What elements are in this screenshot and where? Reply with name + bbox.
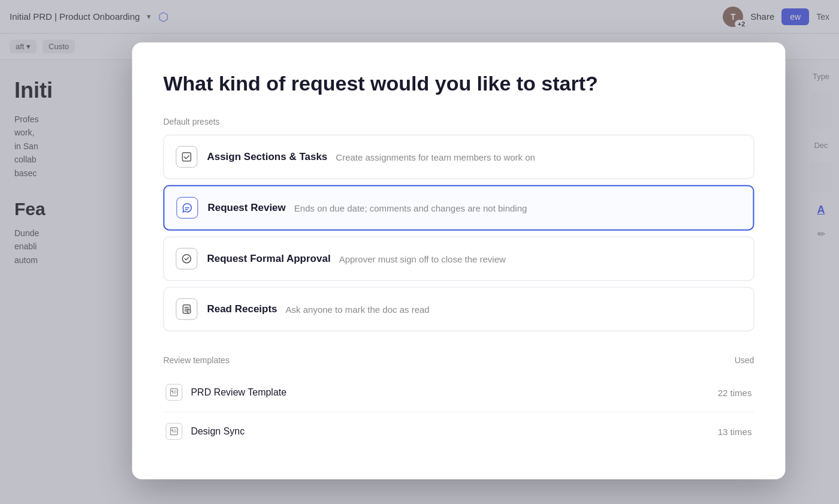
review-text: Request ReviewEnds on due date; comments… bbox=[207, 202, 527, 214]
receipts-icon bbox=[176, 298, 197, 320]
design-template-icon bbox=[165, 423, 182, 440]
templates-header: Review templates Used bbox=[163, 355, 754, 365]
prd-template-name: PRD Review Template bbox=[191, 387, 709, 398]
approval-desc: Approver must sign off to close the revi… bbox=[339, 253, 506, 264]
receipts-name: Read Receipts bbox=[207, 303, 277, 315]
template-list: PRD Review Template22 times Design Sync1… bbox=[163, 373, 754, 451]
preset-item-receipts[interactable]: Read ReceiptsAsk anyone to mark the doc … bbox=[163, 287, 754, 331]
assign-desc: Create assignments for team members to w… bbox=[336, 152, 535, 162]
preset-item-review[interactable]: Request ReviewEnds on due date; comments… bbox=[163, 185, 754, 231]
svg-rect-4 bbox=[170, 389, 177, 396]
preset-item-approval[interactable]: Request Formal ApprovalApprover must sig… bbox=[163, 237, 754, 281]
design-template-used: 13 times bbox=[718, 426, 752, 436]
request-type-modal: What kind of request would you like to s… bbox=[132, 42, 785, 479]
prd-template-icon bbox=[165, 384, 182, 401]
review-name: Request Review bbox=[207, 202, 285, 214]
used-column-label: Used bbox=[735, 355, 755, 365]
svg-point-5 bbox=[171, 390, 173, 392]
assign-name: Assign Sections & Tasks bbox=[207, 151, 327, 163]
approval-name: Request Formal Approval bbox=[207, 253, 330, 265]
svg-rect-0 bbox=[182, 153, 191, 161]
preset-list: Assign Sections & TasksCreate assignment… bbox=[163, 135, 754, 331]
template-item-prd[interactable]: PRD Review Template22 times bbox=[163, 373, 754, 412]
review-desc: Ends on due date; comments and changes a… bbox=[294, 203, 527, 213]
preset-item-assign[interactable]: Assign Sections & TasksCreate assignment… bbox=[163, 135, 754, 179]
receipts-text: Read ReceiptsAsk anyone to mark the doc … bbox=[207, 303, 429, 315]
modal-title: What kind of request would you like to s… bbox=[163, 71, 754, 95]
approval-text: Request Formal ApprovalApprover must sig… bbox=[207, 253, 505, 265]
svg-point-7 bbox=[171, 429, 173, 431]
design-template-name: Design Sync bbox=[191, 426, 709, 437]
prd-template-used: 22 times bbox=[718, 387, 752, 397]
assign-text: Assign Sections & TasksCreate assignment… bbox=[207, 151, 535, 163]
svg-rect-6 bbox=[170, 428, 177, 435]
receipts-desc: Ask anyone to mark the doc as read bbox=[286, 304, 430, 314]
default-presets-label: Default presets bbox=[163, 117, 754, 126]
approval-icon bbox=[176, 248, 197, 270]
review-icon bbox=[176, 197, 198, 219]
review-templates-label: Review templates bbox=[163, 355, 230, 365]
template-item-design[interactable]: Design Sync13 times bbox=[163, 412, 754, 451]
assign-icon bbox=[176, 146, 197, 168]
